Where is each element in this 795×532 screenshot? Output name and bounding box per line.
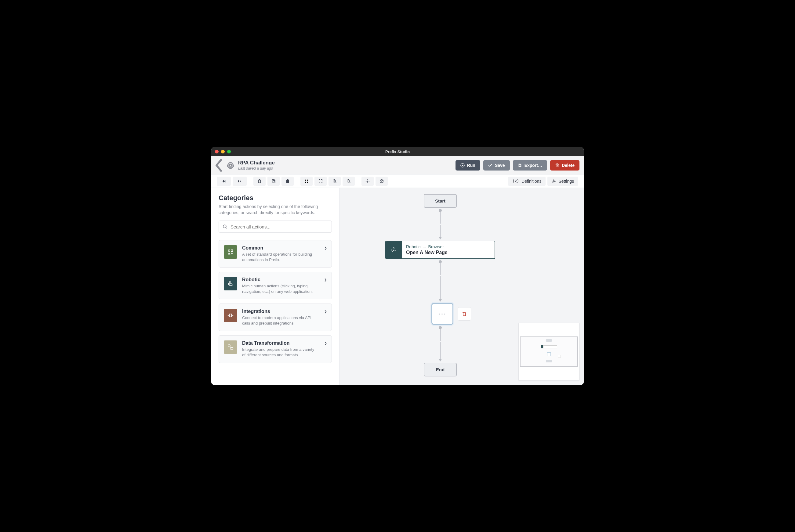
chip-icon <box>226 161 235 170</box>
svg-rect-20 <box>231 347 233 349</box>
category-card-robotic[interactable]: Robotic Mimic human actions (clicking, t… <box>219 272 332 299</box>
category-name: Integrations <box>242 309 316 314</box>
pointer-click-icon <box>386 241 402 259</box>
svg-rect-7 <box>305 179 306 180</box>
start-node[interactable]: Start <box>424 194 457 208</box>
svg-rect-6 <box>287 179 288 180</box>
action-path: Robotic → Browser <box>406 244 490 249</box>
svg-rect-0 <box>228 163 233 168</box>
category-name: Data Transformation <box>242 340 316 346</box>
definitions-button[interactable]: (x) Definitions <box>508 177 546 186</box>
category-card-data-transformation[interactable]: Data Transformation Integrate and prepar… <box>219 335 332 363</box>
shapes-icon <box>224 245 237 259</box>
svg-rect-10 <box>307 182 308 183</box>
placeholder-node[interactable]: ⋯ <box>431 303 453 325</box>
app-window: Prefix Studio RPA Challenge Last saved a… <box>211 147 584 385</box>
run-button[interactable]: Run <box>455 160 480 171</box>
delete-button[interactable]: Delete <box>550 160 579 171</box>
delete-node-button[interactable] <box>458 307 471 321</box>
category-name: Robotic <box>242 277 316 283</box>
back-button[interactable] <box>216 162 223 169</box>
flow: Start Robotic → Browser <box>379 194 501 376</box>
trash-icon <box>257 179 261 183</box>
export-button[interactable]: Export… <box>513 160 547 171</box>
search-box[interactable] <box>219 221 332 233</box>
toolbar: (x) Definitions Settings <box>211 174 584 188</box>
svg-rect-3 <box>272 179 274 182</box>
svg-point-14 <box>553 180 555 182</box>
3d-view-button[interactable] <box>376 177 388 186</box>
play-icon <box>460 163 465 168</box>
zoom-in-icon <box>332 179 337 183</box>
titlebar: Prefix Studio <box>211 147 584 156</box>
action-node-open-page[interactable]: Robotic → Browser Open A New Page <box>385 241 495 259</box>
arrow-right-icon: → <box>422 245 426 249</box>
header: RPA Challenge Last saved a day ago Run S… <box>211 156 584 174</box>
svg-rect-9 <box>305 182 306 183</box>
category-card-integrations[interactable]: Integrations Connect to modern applicati… <box>219 304 332 331</box>
pointer-icon <box>224 277 237 290</box>
svg-point-13 <box>367 180 368 182</box>
category-name: Common <box>242 245 316 251</box>
minimap-viewport <box>520 337 578 367</box>
chevron-right-icon <box>324 309 327 315</box>
svg-rect-17 <box>231 250 233 252</box>
crosshair-icon <box>365 179 370 183</box>
svg-rect-4 <box>273 180 275 183</box>
grid-view-button[interactable] <box>301 177 313 186</box>
settings-button[interactable]: Settings <box>547 177 578 186</box>
window-title: Prefix Studio <box>211 150 584 154</box>
check-icon <box>488 163 492 168</box>
maximize-window-button[interactable] <box>227 150 231 153</box>
action-title: Open A New Page <box>406 250 490 255</box>
redo-button[interactable] <box>233 177 247 186</box>
zoom-out-button[interactable] <box>343 177 355 186</box>
sidebar-heading: Categories <box>219 194 332 202</box>
svg-rect-8 <box>307 179 308 180</box>
chevron-right-icon <box>324 278 327 283</box>
zoom-out-icon <box>346 179 351 183</box>
connector <box>379 342 501 361</box>
download-file-icon <box>518 163 522 168</box>
fast-forward-icon <box>237 179 242 183</box>
undo-button[interactable] <box>217 177 231 186</box>
flow-canvas[interactable]: Start Robotic → Browser <box>340 188 584 385</box>
chevron-right-icon <box>324 341 327 346</box>
search-input[interactable] <box>231 224 328 229</box>
copy-button[interactable] <box>268 177 279 186</box>
document-title-wrap: RPA Challenge Last saved a day ago <box>238 160 452 171</box>
search-icon <box>222 224 228 229</box>
header-actions: Run Save Export… Delete <box>455 160 579 171</box>
zoom-in-button[interactable] <box>328 177 341 186</box>
clipboard-icon <box>286 179 290 183</box>
category-card-common[interactable]: Common A set of standard operations for … <box>219 240 332 267</box>
paste-button[interactable] <box>282 177 294 186</box>
connector <box>379 225 501 240</box>
expand-icon <box>319 179 323 183</box>
minimize-window-button[interactable] <box>221 150 225 153</box>
connector <box>379 209 501 224</box>
center-button[interactable] <box>361 177 374 186</box>
grid-icon <box>304 179 309 183</box>
delete-tool-button[interactable] <box>253 177 266 186</box>
save-button[interactable]: Save <box>483 160 510 171</box>
connector <box>379 260 501 275</box>
cube-icon <box>379 179 384 183</box>
connector <box>379 326 501 341</box>
svg-rect-5 <box>286 180 289 183</box>
close-window-button[interactable] <box>215 150 219 153</box>
minimap[interactable] <box>519 323 579 381</box>
category-desc: Mimic human actions (clicking, typing, n… <box>242 283 316 294</box>
category-desc: A set of standard operations for buildin… <box>242 252 316 262</box>
window-controls <box>215 150 231 153</box>
connector <box>379 276 501 302</box>
document-title: RPA Challenge <box>238 160 452 166</box>
sidebar: Categories Start finding actions by sele… <box>211 188 340 385</box>
transform-icon <box>224 340 237 354</box>
end-node[interactable]: End <box>424 363 457 376</box>
fit-screen-button[interactable] <box>314 177 327 186</box>
rewind-icon <box>222 179 226 183</box>
copy-icon <box>271 179 276 183</box>
placeholder-wrap: ⋯ <box>379 303 501 325</box>
svg-point-19 <box>228 345 230 347</box>
